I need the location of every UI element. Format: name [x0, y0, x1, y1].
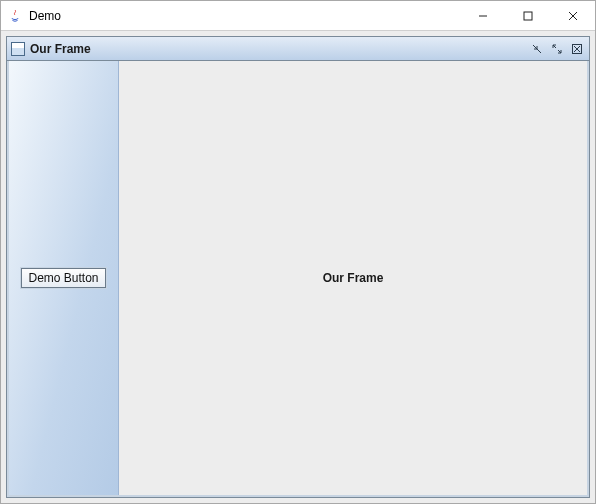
internal-iconify-icon[interactable]	[529, 42, 545, 56]
demo-button[interactable]: Demo Button	[21, 268, 105, 288]
frame-icon	[11, 42, 25, 56]
minimize-button[interactable]	[460, 1, 505, 30]
internal-frame-content: Demo Button Our Frame	[7, 61, 589, 497]
window-title: Demo	[29, 9, 61, 23]
window-titlebar[interactable]: Demo	[1, 1, 595, 31]
west-panel: Demo Button	[9, 61, 119, 495]
internal-frame-controls	[529, 42, 585, 56]
internal-close-icon[interactable]	[569, 42, 585, 56]
center-label: Our Frame	[323, 271, 384, 285]
center-panel: Our Frame	[119, 61, 587, 495]
internal-maximize-icon[interactable]	[549, 42, 565, 56]
maximize-button[interactable]	[505, 1, 550, 30]
internal-frame-title: Our Frame	[30, 42, 91, 56]
application-window: Demo Our Frame	[0, 0, 596, 504]
internal-frame[interactable]: Our Frame	[6, 36, 590, 498]
window-controls	[460, 1, 595, 30]
desktop-pane: Our Frame	[1, 31, 595, 503]
internal-frame-titlebar[interactable]: Our Frame	[7, 37, 589, 61]
java-icon	[7, 8, 23, 24]
close-button[interactable]	[550, 1, 595, 30]
svg-rect-1	[524, 12, 532, 20]
